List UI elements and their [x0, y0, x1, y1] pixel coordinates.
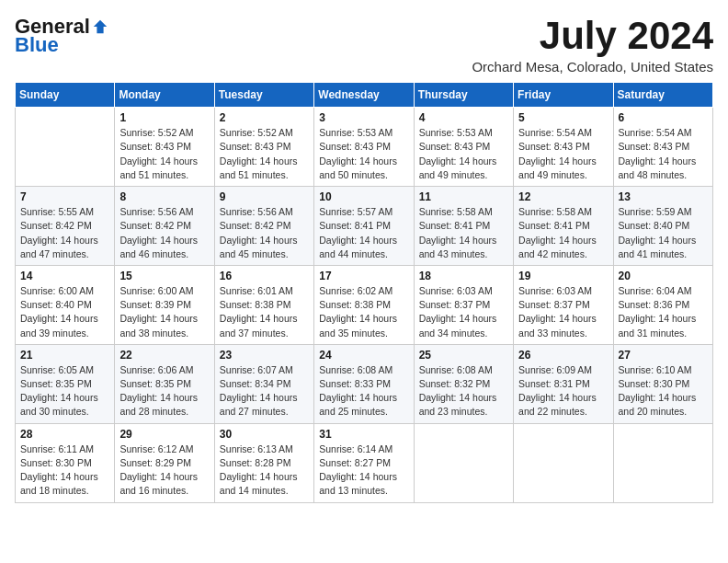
day-number: 1	[119, 111, 209, 124]
day-number: 8	[119, 190, 209, 203]
day-number: 28	[20, 428, 109, 441]
calendar-cell	[16, 108, 115, 187]
day-number: 24	[319, 349, 408, 362]
calendar-cell: 31Sunrise: 6:14 AM Sunset: 8:27 PM Dayli…	[314, 423, 414, 502]
calendar-cell: 10Sunrise: 5:57 AM Sunset: 8:41 PM Dayli…	[314, 187, 414, 266]
day-info: Sunrise: 6:08 AM Sunset: 8:32 PM Dayligh…	[419, 363, 508, 419]
day-info: Sunrise: 6:13 AM Sunset: 8:28 PM Dayligh…	[220, 442, 309, 499]
calendar-cell: 20Sunrise: 6:04 AM Sunset: 8:36 PM Dayli…	[613, 265, 712, 344]
day-info: Sunrise: 5:58 AM Sunset: 8:41 PM Dayligh…	[419, 205, 508, 261]
calendar-cell: 15Sunrise: 6:00 AM Sunset: 8:39 PM Dayli…	[115, 265, 214, 344]
calendar-cell: 23Sunrise: 6:07 AM Sunset: 8:34 PM Dayli…	[214, 344, 313, 423]
header-thursday: Thursday	[414, 83, 513, 108]
day-info: Sunrise: 6:01 AM Sunset: 8:38 PM Dayligh…	[220, 284, 309, 340]
day-info: Sunrise: 5:57 AM Sunset: 8:41 PM Dayligh…	[319, 205, 408, 261]
calendar-cell: 28Sunrise: 6:11 AM Sunset: 8:30 PM Dayli…	[16, 423, 115, 502]
day-info: Sunrise: 5:58 AM Sunset: 8:41 PM Dayligh…	[518, 205, 608, 261]
day-info: Sunrise: 6:09 AM Sunset: 8:31 PM Dayligh…	[518, 363, 608, 419]
day-info: Sunrise: 6:03 AM Sunset: 8:37 PM Dayligh…	[419, 284, 508, 340]
day-info: Sunrise: 6:10 AM Sunset: 8:30 PM Dayligh…	[619, 363, 708, 419]
logo-blue-text: Blue	[15, 33, 59, 57]
day-number: 10	[319, 190, 408, 203]
header-sunday: Sunday	[16, 83, 115, 108]
calendar-cell: 19Sunrise: 6:03 AM Sunset: 8:37 PM Dayli…	[514, 265, 613, 344]
calendar-table: SundayMondayTuesdayWednesdayThursdayFrid…	[15, 82, 713, 502]
calendar-cell: 30Sunrise: 6:13 AM Sunset: 8:28 PM Dayli…	[214, 423, 313, 502]
calendar-cell: 1Sunrise: 5:52 AM Sunset: 8:43 PM Daylig…	[115, 108, 214, 187]
calendar-cell: 9Sunrise: 5:56 AM Sunset: 8:42 PM Daylig…	[214, 187, 313, 266]
calendar-cell	[414, 423, 513, 502]
header-monday: Monday	[115, 83, 214, 108]
calendar-cell: 17Sunrise: 6:02 AM Sunset: 8:38 PM Dayli…	[314, 265, 414, 344]
day-info: Sunrise: 6:04 AM Sunset: 8:36 PM Dayligh…	[619, 284, 708, 340]
day-number: 20	[619, 270, 708, 282]
header-saturday: Saturday	[613, 83, 712, 108]
day-number: 27	[619, 349, 708, 362]
logo-icon	[92, 18, 108, 35]
logo: General Blue	[15, 15, 108, 57]
day-info: Sunrise: 6:02 AM Sunset: 8:38 PM Dayligh…	[319, 284, 408, 340]
calendar-cell: 18Sunrise: 6:03 AM Sunset: 8:37 PM Dayli…	[414, 265, 513, 344]
day-info: Sunrise: 6:05 AM Sunset: 8:35 PM Dayligh…	[20, 363, 109, 419]
day-number: 4	[419, 111, 508, 124]
calendar-week-row: 7Sunrise: 5:55 AM Sunset: 8:42 PM Daylig…	[16, 187, 713, 266]
calendar-cell: 25Sunrise: 6:08 AM Sunset: 8:32 PM Dayli…	[414, 344, 513, 423]
day-number: 15	[119, 270, 209, 282]
day-number: 2	[220, 111, 309, 124]
title-block: July 2024 Orchard Mesa, Colorado, United…	[472, 15, 713, 75]
day-info: Sunrise: 5:52 AM Sunset: 8:43 PM Dayligh…	[220, 126, 309, 182]
calendar-cell: 8Sunrise: 5:56 AM Sunset: 8:42 PM Daylig…	[115, 187, 214, 266]
day-info: Sunrise: 5:53 AM Sunset: 8:43 PM Dayligh…	[319, 126, 408, 182]
day-number: 25	[419, 349, 508, 362]
calendar-cell: 26Sunrise: 6:09 AM Sunset: 8:31 PM Dayli…	[514, 344, 613, 423]
calendar-week-row: 21Sunrise: 6:05 AM Sunset: 8:35 PM Dayli…	[16, 344, 713, 423]
calendar-cell	[514, 423, 613, 502]
day-number: 19	[518, 270, 608, 282]
calendar-cell: 4Sunrise: 5:53 AM Sunset: 8:43 PM Daylig…	[414, 108, 513, 187]
day-info: Sunrise: 5:54 AM Sunset: 8:43 PM Dayligh…	[518, 126, 608, 182]
day-info: Sunrise: 5:54 AM Sunset: 8:43 PM Dayligh…	[619, 126, 708, 182]
page-header: General Blue July 2024 Orchard Mesa, Col…	[15, 15, 713, 75]
header-wednesday: Wednesday	[314, 83, 414, 108]
day-number: 17	[319, 270, 408, 282]
day-info: Sunrise: 5:56 AM Sunset: 8:42 PM Dayligh…	[220, 205, 309, 261]
calendar-week-row: 1Sunrise: 5:52 AM Sunset: 8:43 PM Daylig…	[16, 108, 713, 187]
calendar-cell: 12Sunrise: 5:58 AM Sunset: 8:41 PM Dayli…	[514, 187, 613, 266]
day-info: Sunrise: 6:07 AM Sunset: 8:34 PM Dayligh…	[220, 363, 309, 419]
day-number: 9	[220, 190, 309, 203]
day-number: 16	[220, 270, 309, 282]
day-number: 13	[619, 190, 708, 203]
day-number: 14	[20, 270, 109, 282]
calendar-week-row: 28Sunrise: 6:11 AM Sunset: 8:30 PM Dayli…	[16, 423, 713, 502]
day-number: 23	[220, 349, 309, 362]
day-info: Sunrise: 5:55 AM Sunset: 8:42 PM Dayligh…	[20, 205, 109, 261]
header-friday: Friday	[514, 83, 613, 108]
day-info: Sunrise: 6:14 AM Sunset: 8:27 PM Dayligh…	[319, 442, 408, 499]
calendar-cell: 13Sunrise: 5:59 AM Sunset: 8:40 PM Dayli…	[613, 187, 712, 266]
day-info: Sunrise: 6:06 AM Sunset: 8:35 PM Dayligh…	[119, 363, 209, 419]
day-info: Sunrise: 6:00 AM Sunset: 8:39 PM Dayligh…	[119, 284, 209, 340]
header-tuesday: Tuesday	[214, 83, 313, 108]
calendar-cell: 3Sunrise: 5:53 AM Sunset: 8:43 PM Daylig…	[314, 108, 414, 187]
calendar-cell: 6Sunrise: 5:54 AM Sunset: 8:43 PM Daylig…	[613, 108, 712, 187]
day-number: 7	[20, 190, 109, 203]
calendar-cell: 22Sunrise: 6:06 AM Sunset: 8:35 PM Dayli…	[115, 344, 214, 423]
calendar-cell: 7Sunrise: 5:55 AM Sunset: 8:42 PM Daylig…	[16, 187, 115, 266]
day-info: Sunrise: 5:59 AM Sunset: 8:40 PM Dayligh…	[619, 205, 708, 261]
calendar-cell: 27Sunrise: 6:10 AM Sunset: 8:30 PM Dayli…	[613, 344, 712, 423]
calendar-week-row: 14Sunrise: 6:00 AM Sunset: 8:40 PM Dayli…	[16, 265, 713, 344]
day-info: Sunrise: 6:12 AM Sunset: 8:29 PM Dayligh…	[119, 442, 209, 499]
day-number: 12	[518, 190, 608, 203]
day-number: 3	[319, 111, 408, 124]
day-number: 21	[20, 349, 109, 362]
day-info: Sunrise: 6:08 AM Sunset: 8:33 PM Dayligh…	[319, 363, 408, 419]
calendar-cell	[613, 423, 712, 502]
calendar-cell: 24Sunrise: 6:08 AM Sunset: 8:33 PM Dayli…	[314, 344, 414, 423]
day-info: Sunrise: 5:53 AM Sunset: 8:43 PM Dayligh…	[419, 126, 508, 182]
calendar-cell: 21Sunrise: 6:05 AM Sunset: 8:35 PM Dayli…	[16, 344, 115, 423]
calendar-cell: 5Sunrise: 5:54 AM Sunset: 8:43 PM Daylig…	[514, 108, 613, 187]
calendar-cell: 14Sunrise: 6:00 AM Sunset: 8:40 PM Dayli…	[16, 265, 115, 344]
calendar-cell: 2Sunrise: 5:52 AM Sunset: 8:43 PM Daylig…	[214, 108, 313, 187]
day-info: Sunrise: 6:03 AM Sunset: 8:37 PM Dayligh…	[518, 284, 608, 340]
day-number: 26	[518, 349, 608, 362]
